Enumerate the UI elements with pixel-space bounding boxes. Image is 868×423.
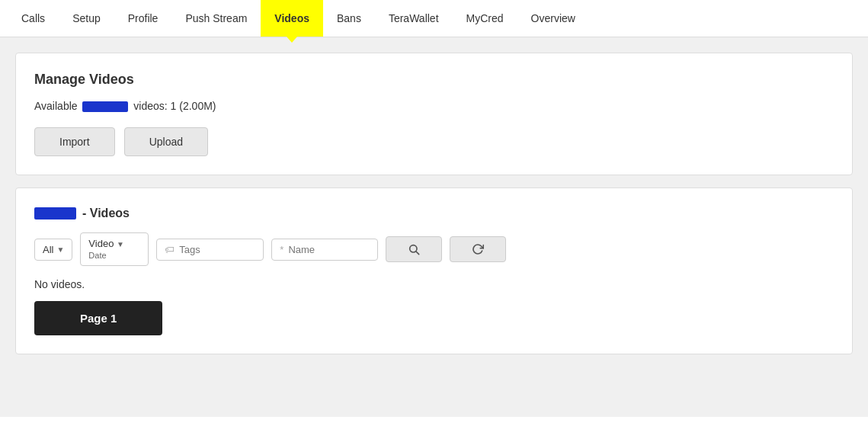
main-content: Manage Videos Available videos: 1 (2.00M… <box>0 37 868 417</box>
tags-input[interactable] <box>179 244 255 255</box>
name-filter[interactable]: * <box>271 239 378 261</box>
tab-mycred[interactable]: MyCred <box>453 0 517 37</box>
all-filter-label: All <box>43 244 53 255</box>
tab-profile[interactable]: Profile <box>114 0 172 37</box>
refresh-button[interactable] <box>450 236 506 262</box>
upload-button[interactable]: Upload <box>124 127 208 156</box>
tab-bar: Calls Setup Profile Push Stream Videos B… <box>0 0 868 37</box>
page-1-button[interactable]: Page 1 <box>34 301 162 335</box>
tag-icon: 🏷 <box>165 244 175 255</box>
search-button[interactable] <box>386 236 442 262</box>
manage-videos-title: Manage Videos <box>34 72 834 88</box>
manage-videos-card: Manage Videos Available videos: 1 (2.00M… <box>15 53 853 175</box>
chevron-down-icon-2: ▼ <box>117 240 124 248</box>
svg-line-1 <box>416 252 419 255</box>
videos-section-suffix: - Videos <box>82 207 130 220</box>
tab-setup[interactable]: Setup <box>59 0 114 37</box>
available-videos-text: Available videos: 1 (2.00M) <box>34 100 834 112</box>
manage-videos-buttons: Import Upload <box>34 127 834 156</box>
tab-calls[interactable]: Calls <box>8 0 59 37</box>
tab-push-stream[interactable]: Push Stream <box>171 0 261 37</box>
chevron-down-icon: ▼ <box>56 245 64 254</box>
tags-filter[interactable]: 🏷 <box>156 239 264 261</box>
user-videos-card: - Videos All ▼ Video ▼ Date 🏷 <box>15 187 853 354</box>
import-button[interactable]: Import <box>34 127 115 156</box>
available-label: Available <box>34 100 78 112</box>
redacted-username-block <box>34 207 76 220</box>
no-videos-text: No videos. <box>34 278 834 290</box>
asterisk-icon: * <box>280 244 283 255</box>
search-icon <box>408 243 420 255</box>
all-filter-dropdown[interactable]: All ▼ <box>34 239 72 261</box>
name-input[interactable] <box>288 244 364 255</box>
tab-videos[interactable]: Videos <box>261 0 323 37</box>
user-videos-title: - Videos <box>34 207 834 220</box>
redacted-username <box>82 101 128 112</box>
video-date-dropdown[interactable]: Video ▼ Date <box>80 232 149 266</box>
tab-overview[interactable]: Overview <box>517 0 589 37</box>
video-date-label: Video ▼ Date <box>88 238 124 261</box>
refresh-icon <box>472 243 484 255</box>
tab-terawallet[interactable]: TeraWallet <box>375 0 453 37</box>
tab-bans[interactable]: Bans <box>323 0 375 37</box>
filter-bar: All ▼ Video ▼ Date 🏷 * <box>34 232 834 266</box>
available-suffix: videos: 1 (2.00M) <box>133 100 216 112</box>
